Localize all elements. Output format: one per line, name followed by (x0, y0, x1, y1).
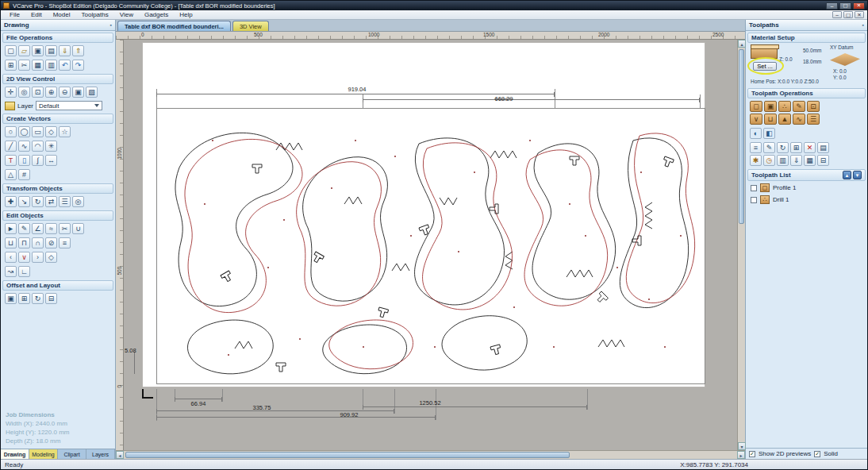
undo-icon[interactable]: ↶ (59, 60, 71, 71)
arc-tool-icon[interactable]: ◠ (32, 141, 44, 152)
zoom-window-icon[interactable]: ⊡ (32, 87, 44, 98)
scroll-up-icon[interactable]: ▴ (738, 40, 746, 48)
weld-vectors-icon[interactable]: ⊔ (5, 237, 17, 248)
offset-tool-icon[interactable]: ≈ (45, 223, 57, 234)
menu-gadgets[interactable]: Gadgets (139, 10, 174, 20)
mdi-close-button[interactable]: ✕ (855, 11, 864, 18)
circle-tool-icon[interactable]: ○ (5, 126, 17, 137)
preview-toolpaths-icon[interactable]: ◐ (750, 128, 762, 139)
join-vectors-icon[interactable]: ∪ (72, 223, 84, 234)
mdi-restore-button[interactable]: ▢ (843, 11, 853, 18)
scroll-right-icon[interactable]: ▸ (737, 451, 745, 459)
text-on-curve-icon[interactable]: ∫ (32, 155, 44, 166)
snap-settings-icon[interactable]: ⊞ (5, 60, 17, 71)
moulding-toolpath-icon[interactable]: ∿ (793, 114, 805, 125)
gear-shape-icon[interactable]: ✳ (45, 141, 57, 152)
close-vector-icon[interactable]: ◇ (45, 252, 57, 263)
snap-grid-tool-icon[interactable]: # (18, 169, 30, 180)
text-tool-icon[interactable]: T (5, 155, 17, 166)
tab-layers[interactable]: Layers (86, 449, 115, 459)
extend-vector-icon[interactable]: ↝ (5, 266, 17, 277)
rectangle-tool-icon[interactable]: ▭ (32, 126, 44, 137)
star-tool-icon[interactable]: ☆ (59, 126, 71, 137)
node-edit-icon[interactable]: ✎ (18, 223, 30, 234)
drawing-canvas[interactable]: 919.04 668.29 (124, 40, 737, 450)
minimize-button[interactable]: – (826, 2, 838, 10)
pan-icon[interactable]: ✛ (5, 87, 17, 98)
vector-boundary-icon[interactable]: △ (5, 169, 17, 180)
polygon-tool-icon[interactable]: ◇ (45, 126, 57, 137)
solid-checkbox[interactable]: ✓ (814, 451, 820, 457)
toolpath-template-icon[interactable]: ▤ (817, 142, 829, 153)
slice-vectors-icon[interactable]: ⊘ (45, 237, 57, 248)
tool-database-icon[interactable]: ✱ (750, 155, 762, 166)
delete-toolpath-icon[interactable]: ✕ (804, 142, 816, 153)
recalculate-toolpaths-icon[interactable]: ↻ (777, 142, 789, 153)
tab-drawing[interactable]: Drawing (1, 449, 29, 459)
fillet-tool-icon[interactable]: ∟ (18, 266, 30, 277)
text-box-icon[interactable]: ▯ (18, 155, 30, 166)
toolpath-list-item[interactable]: ∴ Drill 1 (746, 194, 867, 206)
select-tool-icon[interactable]: ► (5, 223, 17, 234)
show-2d-previews-checkbox[interactable]: ✓ (749, 451, 755, 457)
zoom-out-icon[interactable]: ⊖ (59, 87, 71, 98)
fluting-toolpath-icon[interactable]: ☰ (807, 114, 820, 125)
ellipse-tool-icon[interactable]: ◯ (18, 126, 30, 137)
tab-clipart[interactable]: Clipart (58, 449, 86, 459)
toolpath-summary-icon[interactable]: ≡ (750, 142, 762, 153)
pin-icon[interactable]: ▪ (862, 22, 864, 28)
quick-engrave-icon[interactable]: ✎ (793, 101, 805, 112)
dimension-tool-icon[interactable]: ↔ (45, 155, 57, 166)
move-toolpath-down-button[interactable]: ▼ (853, 171, 862, 179)
mirror-icon[interactable]: ⇄ (45, 196, 57, 207)
move-selection-icon[interactable]: ✚ (5, 196, 17, 207)
menu-file[interactable]: File (4, 10, 25, 20)
toolpath-list-item[interactable]: ◻ Profile 1 (746, 182, 867, 194)
pocket-toolpath-icon[interactable]: ▣ (764, 101, 777, 112)
close-button[interactable]: ✕ (853, 2, 865, 10)
draw-line-icon[interactable]: ╱ (5, 141, 17, 152)
redo-icon[interactable]: ↷ (72, 60, 84, 71)
move-toolpath-up-button[interactable]: ▲ (843, 171, 851, 179)
tab-3d-view[interactable]: 3D View (232, 21, 269, 31)
cut-icon[interactable]: ✂ (18, 60, 30, 71)
vertical-scroll-thumb[interactable] (739, 49, 744, 224)
new-file-icon[interactable]: ▢ (5, 45, 17, 56)
menu-toolpaths[interactable]: Toolpaths (75, 10, 113, 20)
rotate-copy-icon[interactable]: ↻ (32, 293, 44, 304)
drilling-toolpath-icon[interactable]: ∴ (778, 101, 791, 112)
zoom-selected-icon[interactable]: ▧ (86, 87, 98, 98)
flat-bottom-carve-icon[interactable]: ⊔ (764, 114, 777, 125)
scroll-left-icon[interactable]: ◂ (116, 451, 124, 459)
measure-tool-icon[interactable]: ∠ (32, 223, 44, 234)
profile-toolpath-icon[interactable]: ◻ (750, 101, 762, 112)
zoom-in-icon[interactable]: ⊕ (45, 87, 57, 98)
material-setup-set-button[interactable]: Set ... (753, 62, 777, 71)
save-toolpath-icon[interactable]: ⇓ (790, 155, 802, 166)
offset-vectors-icon[interactable]: ▣ (5, 293, 17, 304)
subtract-vectors-icon[interactable]: ⊓ (18, 237, 30, 248)
toolpath-tiling-icon[interactable]: ▥ (777, 155, 789, 166)
zoom-extents-icon[interactable]: ▣ (72, 87, 84, 98)
set-size-icon[interactable]: ↘ (18, 196, 30, 207)
zoom-interactive-icon[interactable]: ◎ (18, 87, 30, 98)
array-copy-icon[interactable]: ⊞ (18, 293, 30, 304)
arrow-right-icon[interactable]: › (32, 252, 44, 263)
horizontal-scroll-thumb[interactable] (125, 452, 570, 458)
open-file-icon[interactable]: ▱ (18, 45, 30, 56)
intersect-vectors-icon[interactable]: ∩ (32, 237, 44, 248)
material-grid-icon[interactable]: ⊟ (817, 155, 829, 166)
arrow-left-icon[interactable]: ‹ (5, 252, 17, 263)
maximize-button[interactable]: ▢ (839, 2, 851, 10)
export-file-icon[interactable]: ⇑ (72, 45, 84, 56)
toolpath-visibility-checkbox[interactable] (751, 185, 757, 191)
layer-dropdown[interactable]: Default (36, 101, 102, 110)
print-icon[interactable]: ▤ (45, 45, 57, 56)
material-block-icon[interactable]: ◧ (763, 128, 775, 139)
rotate-icon[interactable]: ↻ (32, 196, 44, 207)
vcarve-toolpath-icon[interactable]: ∨ (750, 114, 762, 125)
menu-help[interactable]: Help (174, 10, 198, 20)
vertical-scrollbar[interactable]: ▴ ▾ (737, 40, 745, 450)
paste-icon[interactable]: ▥ (45, 60, 57, 71)
align-objects-icon[interactable]: ☰ (59, 196, 71, 207)
